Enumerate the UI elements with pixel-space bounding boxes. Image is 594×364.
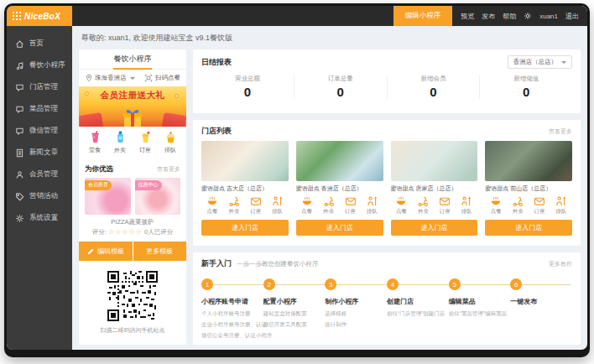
sidebar-item-dish-management[interactable]: 菜品管理: [7, 98, 72, 120]
step-link[interactable]: 前往“门店管理”创建门店: [387, 310, 449, 318]
topbar-spacer: [72, 6, 393, 26]
step-link[interactable]: 选择模板: [325, 310, 387, 318]
scooter-icon: [417, 195, 429, 207]
feature-reservation[interactable]: 订座: [245, 195, 267, 216]
step-link[interactable]: 设计制作: [325, 321, 387, 329]
stores-title: 门店列表: [201, 126, 232, 137]
step-number-badge: 6: [510, 278, 522, 290]
feature-order[interactable]: 点餐: [391, 195, 413, 216]
metric-value: 0: [201, 85, 294, 99]
bowl-icon: [206, 195, 218, 207]
sidebar-item-home[interactable]: 首页: [7, 33, 72, 55]
step-link[interactable]: 微信开发工具配置: [263, 321, 326, 329]
logo[interactable]: NiceBoX: [7, 6, 72, 26]
guide-more-link[interactable]: 更多教程: [549, 260, 572, 268]
feature-takeout[interactable]: 外卖: [412, 195, 434, 216]
envelope-icon: [534, 195, 545, 207]
feature-takeout[interactable]: 外卖: [223, 195, 245, 216]
enter-store-button[interactable]: 进入门店: [485, 220, 572, 236]
stores-more-link[interactable]: 查看更多: [549, 127, 572, 136]
feature-order[interactable]: 点餐: [485, 195, 507, 216]
sidebar-item-mini-program[interactable]: 餐饮小程序: [7, 55, 72, 76]
step-link[interactable]: 建站宝盒对接配置: [263, 310, 326, 318]
tab-underline: [113, 68, 152, 70]
location-selector[interactable]: 珠海香洲店: [95, 74, 127, 82]
sidebar-item-marketing[interactable]: 营销活动: [7, 185, 72, 207]
topbar: NiceBoX 编辑小程序 预览 发布 帮助 xuan1 退出: [7, 6, 587, 26]
feature-reservation[interactable]: 订座: [434, 195, 456, 216]
scooter-icon: [512, 195, 524, 207]
gift-box-icon: [119, 106, 146, 127]
shortcut-takeout[interactable]: 外卖: [107, 130, 133, 160]
store-card: 蜜语甜点 唐家店（总店） 点餐 外卖 订座 排队 进入门店: [391, 141, 478, 240]
mini-program-preview-card: 餐饮小程序 珠海香洲店 扫码点餐: [79, 49, 186, 345]
store-card: 蜜语甜点 吉大店（总店） 点餐 外卖 订座 排队 进入门店: [201, 141, 289, 240]
guide-step-5: 5 编辑菜品 前往“菜品管理”编辑菜品: [449, 278, 511, 340]
edit-mini-program-button[interactable]: 编辑小程序: [393, 6, 453, 26]
store-photo[interactable]: [201, 141, 289, 181]
sidebar-item-store-management[interactable]: 门店管理: [7, 76, 72, 98]
feature-reservation[interactable]: 订座: [340, 195, 362, 216]
more-templates-button[interactable]: 更多模板: [133, 242, 187, 261]
store-card: 蜜语甜点 香洲店（总店） 点餐 外卖 订座 排队 进入门店: [296, 141, 383, 240]
featured-more-link[interactable]: 查看更多: [157, 165, 180, 174]
edit-template-button[interactable]: 编辑模板: [79, 242, 133, 261]
feature-reservation[interactable]: 订座: [529, 195, 550, 216]
feature-order[interactable]: 点餐: [296, 195, 318, 216]
sidebar-item-member-management[interactable]: 会员管理: [7, 164, 72, 185]
cupcake-icon: [164, 130, 178, 144]
metric-value: 0: [294, 85, 387, 99]
settings-gear-icon[interactable]: [524, 12, 532, 20]
featured-product-image[interactable]: 会员推荐: [85, 178, 131, 215]
topbar-logout[interactable]: 退出: [565, 12, 579, 21]
feature-queue[interactable]: 排队: [456, 195, 477, 216]
preview-shortcuts: 堂食 外卖 订座 排队: [79, 127, 186, 160]
topbar-link-publish[interactable]: 发布: [482, 12, 495, 21]
step-link[interactable]: 微信公众号注册、认证小程序: [201, 332, 263, 340]
store-photo[interactable]: [485, 141, 572, 181]
store-photo[interactable]: [391, 141, 478, 181]
coin-decoration: [85, 91, 89, 96]
red-envelope-decoration: [79, 112, 103, 127]
metric-revenue: 营业总额 0: [201, 75, 294, 99]
qr-scan-icon: [144, 74, 153, 82]
step-number-badge: 1: [201, 278, 213, 290]
feature-queue[interactable]: 排队: [550, 195, 572, 216]
shortcut-dine-in[interactable]: 堂食: [82, 130, 107, 160]
step-number-badge: 4: [387, 278, 399, 290]
step-link[interactable]: 个人小程序账号注册: [201, 310, 263, 318]
envelope-icon: [439, 195, 451, 207]
shortcut-reservation[interactable]: 订座: [133, 130, 158, 160]
daily-report-card: 日结报表 香洲店（总店） 营业总额 0: [193, 49, 581, 113]
feature-queue[interactable]: 排队: [362, 195, 383, 216]
coin-decoration: [175, 94, 179, 98]
featured-product-image[interactable]: 优惠中心: [135, 178, 181, 215]
grid-icon: [13, 12, 21, 20]
preview-tab[interactable]: 餐饮小程序: [79, 49, 186, 70]
sidebar-item-system-settings[interactable]: 系统设置: [7, 207, 72, 229]
feature-takeout[interactable]: 外卖: [318, 195, 340, 216]
enter-store-button[interactable]: 进入门店: [201, 220, 289, 236]
feature-queue[interactable]: 排队: [267, 195, 289, 216]
sidebar-item-label: 餐饮小程序: [29, 60, 65, 70]
promo-banner[interactable]: 会员注册送大礼: [79, 86, 186, 127]
step-link[interactable]: 企业小程序账号注册、认证: [201, 321, 263, 329]
topbar-link-preview[interactable]: 预览: [461, 12, 474, 21]
store-photo[interactable]: [296, 141, 383, 181]
scan-order-button[interactable]: 扫码点餐: [144, 74, 180, 82]
step-number-badge: 5: [449, 278, 461, 290]
sidebar-item-news-articles[interactable]: 新闻文章: [7, 142, 72, 164]
feature-order[interactable]: 点餐: [201, 195, 223, 216]
topbar-username[interactable]: xuan1: [539, 13, 558, 20]
enter-store-button[interactable]: 进入门店: [296, 220, 383, 236]
queue-icon: [367, 195, 378, 207]
store-selector-dropdown[interactable]: 香洲店（总店）: [508, 55, 573, 69]
topbar-link-help[interactable]: 帮助: [503, 12, 516, 21]
sidebar-item-wechat-management[interactable]: 微信管理: [7, 120, 72, 142]
queue-icon: [461, 195, 472, 207]
step-link[interactable]: 前往“菜品管理”编辑菜品: [449, 310, 511, 318]
shortcut-queue[interactable]: 排队: [158, 130, 183, 160]
feature-takeout[interactable]: 外卖: [507, 195, 529, 216]
step-number-badge: 3: [325, 278, 336, 290]
enter-store-button[interactable]: 进入门店: [391, 220, 478, 236]
